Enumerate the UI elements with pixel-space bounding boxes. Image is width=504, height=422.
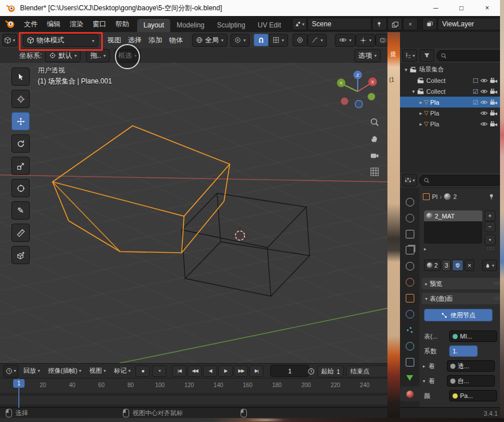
menu-playback[interactable]: 回放 xyxy=(21,367,43,375)
editor-type-button[interactable] xyxy=(2,34,17,46)
playback-prev-keyframe-button[interactable]: ◀◀ xyxy=(187,365,202,377)
camera-view-button[interactable] xyxy=(367,148,382,162)
menu-edit[interactable]: 编辑 xyxy=(42,16,65,32)
eye-icon[interactable] xyxy=(480,87,488,95)
playback-play-button[interactable]: ▶ xyxy=(218,365,233,377)
scale-tool[interactable] xyxy=(11,157,30,175)
properties-editor-type-button[interactable] xyxy=(402,174,417,186)
camera-icon[interactable] xyxy=(490,98,498,106)
disclosure-icon[interactable]: ▸ xyxy=(418,110,424,116)
color-field[interactable]: Pa... xyxy=(449,390,497,401)
outliner-item-label[interactable]: Collect xyxy=(426,77,446,84)
select-box-tool[interactable] xyxy=(11,67,30,86)
mode-dropdown[interactable]: 物体模式 xyxy=(23,34,98,47)
outliner-item-label[interactable]: Pla xyxy=(430,99,439,106)
auto-keyframe-button[interactable]: ● xyxy=(135,365,150,377)
navigation-gizmo[interactable]: Z X Y xyxy=(334,66,382,114)
auto-keyframe-dropdown[interactable] xyxy=(152,365,166,377)
menu-render[interactable]: 渲染 xyxy=(65,16,88,32)
grip-icon[interactable]: ∷∷ xyxy=(487,246,495,252)
outliner-filter-button[interactable] xyxy=(419,49,434,62)
outliner-row[interactable]: ▸▽Pla xyxy=(400,118,500,129)
breadcrumb-material[interactable]: 2 xyxy=(453,193,457,200)
tab-modifiers[interactable] xyxy=(400,306,419,321)
current-frame-field[interactable]: 1 xyxy=(270,365,309,377)
outliner-search-field[interactable] xyxy=(437,50,500,61)
frame-end-field[interactable]: 结束点 xyxy=(346,365,389,377)
cursor-tool[interactable] xyxy=(11,90,30,108)
playback-next-keyframe-button[interactable]: ▶▶ xyxy=(234,365,248,377)
tab-constraints[interactable] xyxy=(400,355,419,369)
use-nodes-button[interactable]: 使用节点 xyxy=(424,309,493,321)
camera-icon[interactable] xyxy=(490,87,498,95)
scene-browse-button[interactable] xyxy=(292,18,307,30)
visibility-dropdown[interactable] xyxy=(335,34,355,47)
pin-button[interactable] xyxy=(372,18,387,30)
eye-icon[interactable] xyxy=(480,77,488,85)
new-scene-button[interactable] xyxy=(387,18,402,30)
checkbox-checked-icon[interactable]: ☑ xyxy=(473,87,478,95)
pin-icon[interactable] xyxy=(488,193,495,200)
tab-particles[interactable] xyxy=(400,323,419,337)
snap-settings-dropdown[interactable] xyxy=(269,34,288,47)
unlink-scene-button[interactable]: × xyxy=(403,18,418,30)
camera-icon[interactable] xyxy=(490,109,498,117)
checkbox-empty-icon[interactable]: ☐ xyxy=(473,77,478,85)
tab-render[interactable] xyxy=(400,210,419,225)
breadcrumb-object[interactable]: Pl xyxy=(432,193,438,200)
outliner-row[interactable]: ▸▽Pla xyxy=(400,108,500,118)
menu-keying[interactable]: 抠像(插帧) xyxy=(45,367,84,375)
blender-menu-icon[interactable] xyxy=(5,19,15,29)
tab-uv-edit[interactable]: UV Edit xyxy=(251,19,287,32)
tab-layout[interactable]: Layout xyxy=(137,19,170,32)
tab-output[interactable] xyxy=(400,226,419,241)
menu-add[interactable]: 添加 xyxy=(145,32,166,48)
eye-icon[interactable] xyxy=(480,98,488,106)
outliner-item-label[interactable]: Pla xyxy=(430,121,439,128)
shader2-field[interactable]: 自... xyxy=(447,375,495,387)
tab-view-layer[interactable] xyxy=(400,242,419,257)
outliner-row[interactable]: ▸▽Pla☑ xyxy=(400,97,500,108)
outliner-row[interactable]: ▾Collect☑ xyxy=(400,86,500,97)
view-layer-name-field[interactable]: ViewLayer xyxy=(438,18,500,30)
timeline-ruler[interactable]: 20406080100120140160180200220240 xyxy=(0,379,400,393)
eye-icon[interactable] xyxy=(480,109,488,117)
viewport-3d[interactable]: 用户透视 (1) 场景集合 | Plane.001 xyxy=(0,63,387,363)
add-cube-tool[interactable] xyxy=(11,246,30,264)
material-slot-item[interactable]: 2_MAT xyxy=(424,210,482,221)
menu-view-timeline[interactable]: 视图 xyxy=(86,367,109,375)
snap-toggle-button[interactable] xyxy=(254,34,269,46)
timeline-track-area[interactable] xyxy=(0,393,400,408)
playhead-frame-badge[interactable]: 1 xyxy=(13,379,25,388)
tab-tool[interactable] xyxy=(400,194,419,209)
proportional-editing-toggle[interactable] xyxy=(293,34,307,46)
view-layer-icon-button[interactable] xyxy=(422,18,437,30)
outliner-item-label[interactable]: Pla xyxy=(430,110,439,117)
factor-slider[interactable]: 1. xyxy=(449,345,478,357)
maximize-button[interactable]: □ xyxy=(449,0,474,16)
menu-object[interactable]: 物体 xyxy=(166,32,186,48)
remove-slot-button[interactable]: − xyxy=(485,221,495,232)
disclosure-right-icon[interactable]: ▸ xyxy=(423,364,429,369)
outliner-editor-type-button[interactable] xyxy=(402,49,417,62)
gizmo-negy-handle[interactable] xyxy=(368,93,375,101)
tab-modeling[interactable]: Modeling xyxy=(170,19,211,32)
black-wireframe-box[interactable] xyxy=(182,193,310,296)
tab-physics[interactable] xyxy=(400,339,419,353)
tab-sculpting[interactable]: Sculpting xyxy=(211,19,251,32)
orientation-dropdown[interactable]: 全局 xyxy=(192,34,227,47)
surface-shader-field[interactable]: MI... xyxy=(449,331,497,342)
outliner-row[interactable]: ▾场景集合 xyxy=(400,64,500,75)
menu-view[interactable]: 视图 xyxy=(104,32,125,48)
preview-section-header[interactable]: ▸ 预览 ∷∷ xyxy=(422,278,500,289)
annotate-tool[interactable]: ✎ xyxy=(11,201,30,220)
tab-object[interactable] xyxy=(400,290,419,305)
menu-marker[interactable]: 标记 xyxy=(111,367,133,375)
move-tool[interactable] xyxy=(11,112,30,130)
shader1-field[interactable]: 透... xyxy=(447,360,495,372)
transform-tool[interactable] xyxy=(11,179,30,197)
add-slot-button[interactable]: + xyxy=(485,210,495,221)
tab-scene[interactable] xyxy=(400,258,419,273)
disclosure-icon[interactable]: ▸ xyxy=(418,99,424,105)
material-slot-list[interactable]: 2_MAT xyxy=(424,210,482,244)
